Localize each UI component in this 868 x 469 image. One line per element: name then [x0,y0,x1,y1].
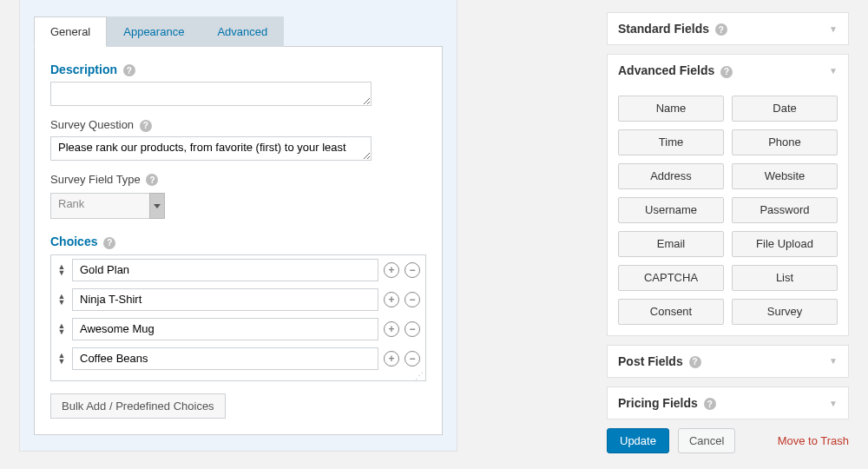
add-choice-icon[interactable]: + [384,351,399,367]
settings-tabs: General Appearance Advanced [34,16,443,46]
help-icon[interactable]: ? [689,356,701,368]
field-type-time[interactable]: Time [618,129,724,155]
field-type-address[interactable]: Address [618,163,724,189]
standard-fields-toggle[interactable]: Standard Fields ? ▼ [608,13,848,44]
panel-title: Standard Fields ? [618,22,727,36]
field-type-value: Rank [50,193,150,219]
description-label-text: Description [50,63,117,76]
choice-input[interactable] [72,318,378,340]
survey-question-label-text: Survey Question [50,118,134,131]
choice-row: ▲▼ + − [51,344,425,373]
field-type-list[interactable]: List [732,265,838,291]
field-type-survey[interactable]: Survey [732,299,838,325]
publish-actions: Update Cancel Move to Trash [607,428,849,453]
description-input[interactable] [50,82,372,106]
tab-panel-general: Description ? Survey Question ? Please r… [34,46,443,435]
tab-general[interactable]: General [34,17,107,47]
remove-choice-icon[interactable]: − [404,351,420,367]
pricing-fields-title: Pricing Fields [618,396,698,410]
choice-input[interactable] [72,259,378,281]
add-choice-icon[interactable]: + [384,292,399,307]
help-icon[interactable]: ? [720,66,733,78]
choices-list: ▲▼ + − ▲▼ + − ▲▼ + − ▲▼ + − [50,254,426,381]
field-type-date[interactable]: Date [732,96,838,122]
tab-advanced[interactable]: Advanced [201,17,284,47]
survey-question-label: Survey Question ? [50,118,426,132]
field-type-website[interactable]: Website [732,163,838,189]
cancel-button[interactable]: Cancel [678,428,735,453]
field-type-label: Survey Field Type ? [50,173,426,187]
drag-handle-icon[interactable]: ▲▼ [56,323,67,335]
chevron-down-icon[interactable] [149,193,165,219]
help-icon[interactable]: ? [146,174,158,186]
field-type-captcha[interactable]: CAPTCHA [618,265,724,291]
help-icon[interactable]: ? [103,237,115,249]
advanced-fields-title: Advanced Fields [618,63,714,77]
bulk-add-button[interactable]: Bulk Add / Predefined Choices [50,393,226,419]
add-choice-icon[interactable]: + [384,321,399,337]
move-to-trash-link[interactable]: Move to Trash [778,434,849,447]
field-type-fileupload[interactable]: File Upload [732,231,838,257]
pricing-fields-toggle[interactable]: Pricing Fields ? ▼ [608,387,848,419]
resize-handle-icon[interactable]: ⋰ [51,373,425,380]
field-type-select[interactable]: Rank [50,193,165,219]
advanced-fields-toggle[interactable]: Advanced Fields ? ▼ [608,55,848,86]
advanced-fields-panel: Advanced Fields ? ▼ Name Date Time Phone… [607,54,849,335]
chevron-down-icon: ▼ [829,399,838,408]
survey-question-input[interactable]: Please rank our products, from favorite … [50,136,372,161]
chevron-down-icon: ▼ [829,356,838,366]
choices-label: Choices ? [50,234,426,248]
help-icon[interactable]: ? [123,64,135,76]
tab-appearance[interactable]: Appearance [107,17,201,47]
choice-input[interactable] [72,347,378,370]
field-type-label-text: Survey Field Type [50,173,141,186]
drag-handle-icon[interactable]: ▲▼ [56,264,67,276]
pricing-fields-panel: Pricing Fields ? ▼ [607,386,849,419]
remove-choice-icon[interactable]: − [404,292,420,307]
chevron-down-icon: ▼ [829,66,838,76]
add-choice-icon[interactable]: + [384,262,399,278]
field-type-username[interactable]: Username [618,197,724,223]
choice-input[interactable] [72,288,378,311]
drag-handle-icon[interactable]: ▲▼ [56,353,67,365]
choice-row: ▲▼ + − [51,255,425,285]
field-type-consent[interactable]: Consent [618,299,724,325]
field-settings-panel: General Appearance Advanced Description … [19,0,457,452]
panel-title: Advanced Fields ? [618,63,733,77]
post-fields-title: Post Fields [618,354,683,368]
chevron-down-icon: ▼ [829,24,838,34]
field-type-email[interactable]: Email [618,231,724,257]
panel-title: Pricing Fields ? [618,396,716,410]
help-icon[interactable]: ? [140,120,152,132]
choice-row: ▲▼ + − [51,314,425,344]
update-button[interactable]: Update [607,428,669,453]
drag-handle-icon[interactable]: ▲▼ [56,294,67,306]
advanced-fields-grid: Name Date Time Phone Address Website Use… [608,87,848,335]
panel-title: Post Fields ? [618,354,701,368]
field-type-password[interactable]: Password [732,197,838,223]
choice-row: ▲▼ + − [51,285,425,314]
standard-fields-panel: Standard Fields ? ▼ [607,12,849,45]
description-label: Description ? [50,63,426,76]
post-fields-panel: Post Fields ? ▼ [607,345,849,378]
help-icon[interactable]: ? [715,23,727,36]
remove-choice-icon[interactable]: − [404,321,420,337]
field-type-phone[interactable]: Phone [732,129,838,155]
choices-label-text: Choices [50,234,97,248]
remove-choice-icon[interactable]: − [404,262,420,278]
field-type-name[interactable]: Name [618,96,724,122]
post-fields-toggle[interactable]: Post Fields ? ▼ [608,346,848,377]
sidebar: Standard Fields ? ▼ Advanced Fields ? ▼ … [607,12,849,453]
standard-fields-title: Standard Fields [618,22,709,36]
help-icon[interactable]: ? [704,398,716,410]
